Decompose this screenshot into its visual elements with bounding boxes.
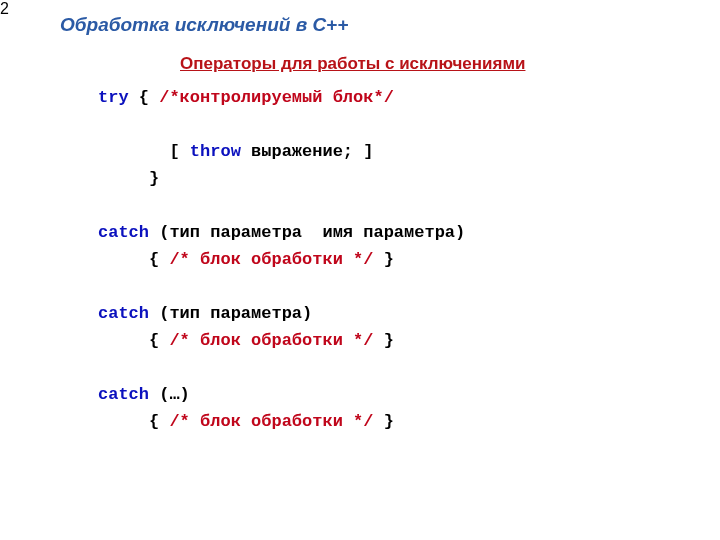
keyword-throw: throw xyxy=(190,142,241,161)
slide-title: Обработка исключений в C++ xyxy=(60,14,348,36)
code-comment: /* блок обработки */ xyxy=(169,250,373,269)
code-text: выражение; ] xyxy=(241,142,374,161)
code-text: { xyxy=(98,412,169,431)
code-text: (…) xyxy=(149,385,190,404)
slide-subtitle: Операторы для работы с исключениями xyxy=(180,54,525,74)
code-text: { xyxy=(98,250,169,269)
code-text: } xyxy=(373,250,393,269)
code-text: } xyxy=(373,412,393,431)
code-text: (тип параметра) xyxy=(149,304,312,323)
code-text: { xyxy=(129,88,160,107)
code-text: [ xyxy=(98,142,190,161)
code-text: } xyxy=(98,169,159,188)
keyword-catch: catch xyxy=(98,385,149,404)
keyword-try: try xyxy=(98,88,129,107)
code-comment: /* блок обработки */ xyxy=(169,412,373,431)
code-block: try { /*контролируемый блок*/ [ throw вы… xyxy=(98,84,680,435)
keyword-catch: catch xyxy=(98,304,149,323)
code-text: (тип параметра имя параметра) xyxy=(149,223,465,242)
slide: Обработка исключений в C++ Операторы для… xyxy=(0,0,720,540)
code-text: } xyxy=(373,331,393,350)
code-comment: /* блок обработки */ xyxy=(169,331,373,350)
keyword-catch: catch xyxy=(98,223,149,242)
code-text: { xyxy=(98,331,169,350)
code-comment: /*контролируемый блок*/ xyxy=(159,88,394,107)
